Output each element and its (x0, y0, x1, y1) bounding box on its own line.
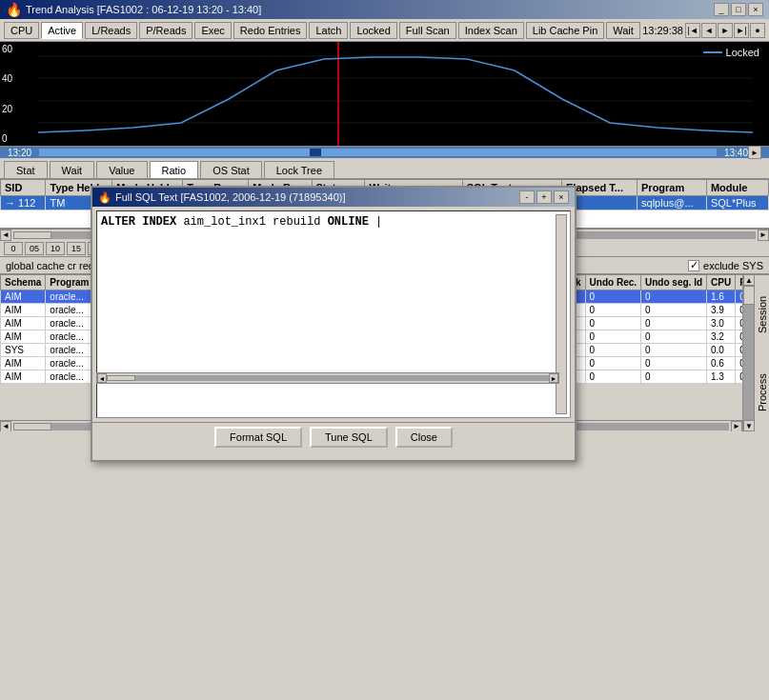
tab-wait2[interactable]: Wait (50, 161, 95, 178)
chart-svg (38, 42, 759, 146)
v-scroll-track[interactable] (743, 286, 754, 420)
cell-module: SQL*Plus (706, 196, 768, 210)
bottom-h-left[interactable]: ◄ (0, 421, 11, 432)
bottom-cell: 0 (641, 370, 707, 384)
tab-libcache[interactable]: Lib Cache Pin (526, 22, 605, 39)
tune-sql-button[interactable]: Tune SQL (310, 427, 388, 448)
tab-fullscan[interactable]: Full Scan (399, 22, 456, 39)
close-modal-button[interactable]: Close (395, 427, 453, 448)
bottom-cell: 3.9 (707, 304, 736, 317)
bcol-pga: PGA (MB) (736, 275, 742, 290)
modal-footer: Format SQL Tune SQL Close (92, 422, 575, 451)
modal-maximize[interactable]: + (536, 190, 552, 204)
bottom-cell: 0 (585, 317, 640, 330)
toolbar-time: 13:29:38 (642, 25, 683, 36)
nav-first[interactable]: |◄ (685, 23, 700, 38)
bottom-cell: 0 (585, 290, 640, 304)
modal-h-left[interactable]: ◄ (97, 373, 107, 383)
bottom-cell: oracle... (46, 317, 93, 330)
modal-title-bar: 🔥 Full SQL Text [FAS1002, 2006-12-19 (71… (92, 188, 575, 207)
sql-body: aim_lot_inx1 rebuild (183, 215, 327, 229)
tl-btn-0[interactable]: 0 (4, 242, 23, 255)
bottom-cell: 0.5 (736, 357, 742, 370)
bottom-cell: 3.2 (707, 330, 736, 344)
y-label-20: 20 (2, 104, 36, 114)
exclude-sys-checkbox[interactable]: ✓ (688, 260, 699, 271)
side-panels: Session Process (754, 274, 769, 431)
legend-line (703, 51, 722, 53)
sql-wrapper: ALTER INDEX aim_lot_inx1 rebuild ONLINE … (96, 210, 571, 418)
nav-play[interactable]: ► (718, 23, 733, 38)
session-panel[interactable]: Session (755, 274, 769, 353)
bottom-h-right[interactable]: ► (731, 421, 742, 432)
tab-value[interactable]: Value (96, 161, 147, 178)
modal-h-thumb[interactable] (107, 375, 135, 381)
modal-h-track[interactable] (107, 375, 549, 381)
tab-exec[interactable]: Exec (194, 22, 231, 39)
modal-close[interactable]: × (554, 190, 569, 204)
tab-lreads[interactable]: L/Reads (85, 22, 137, 39)
tab-locktree[interactable]: Lock Tree (264, 161, 334, 178)
process-panel[interactable]: Process (755, 353, 769, 431)
bottom-cell: 0 (585, 344, 640, 357)
tab-wait[interactable]: Wait (606, 22, 640, 39)
h-scroll-right[interactable]: ► (758, 230, 769, 241)
chart-area: 60 40 20 0 Locked (0, 42, 769, 147)
bottom-cell: 0 (641, 357, 707, 370)
exclude-sys-container: ✓ exclude SYS (688, 260, 763, 271)
bcol-program: Program (46, 275, 93, 290)
nav-last[interactable]: ►| (734, 23, 749, 38)
bottom-cell: 3.0 (707, 317, 736, 330)
time-bar: 13:20 13:40 ► (0, 147, 769, 158)
modal-h-right[interactable]: ► (549, 373, 558, 383)
bcol-schema: Schema (1, 275, 46, 290)
minimize-button[interactable]: _ (714, 3, 729, 16)
modal-minimize[interactable]: - (519, 190, 535, 204)
close-button[interactable]: × (748, 3, 763, 16)
maximize-button[interactable]: □ (731, 3, 746, 16)
bcol-cpu: CPU (707, 275, 736, 290)
bottom-cell: 0.3 (736, 317, 742, 330)
bottom-h-thumb[interactable] (13, 423, 51, 430)
bottom-cell: 1.3 (707, 370, 736, 384)
chart-y-axis: 60 40 20 0 (0, 42, 38, 146)
time-scroll-right[interactable]: ► (748, 146, 761, 159)
sql-keyword-online: ONLINE (328, 215, 369, 229)
bottom-cell: oracle... (46, 357, 93, 370)
h-scroll-thumb[interactable] (13, 231, 51, 239)
bottom-cell: 0 (641, 330, 707, 344)
tab-ratio[interactable]: Ratio (150, 161, 199, 178)
toolbar-nav: |◄ ◄ ► ►| ● (685, 23, 765, 38)
tab-preads[interactable]: P/Reads (139, 22, 192, 39)
time-end: 13:40 (724, 148, 748, 158)
exclude-sys-label: exclude SYS (703, 260, 763, 271)
bottom-cell: AIM (1, 370, 46, 384)
bottom-cell: AIM (1, 357, 46, 370)
tl-btn-05[interactable]: 05 (25, 242, 44, 255)
bottom-cell: AIM (1, 330, 46, 344)
tl-btn-10[interactable]: 10 (46, 242, 65, 255)
bottom-cell: oracle... (46, 290, 93, 304)
tab-osstat[interactable]: OS Stat (200, 161, 262, 178)
bottom-cell: 0.5 (736, 290, 742, 304)
bottom-cell: 0 (585, 357, 640, 370)
bottom-cell: oracle... (46, 330, 93, 344)
tab-cpu[interactable]: CPU (4, 22, 39, 39)
tab-active[interactable]: Active (41, 22, 83, 39)
chart-legend: Locked (703, 47, 759, 58)
second-tab-row: Stat Wait Value Ratio OS Stat Lock Tree (0, 158, 769, 179)
y-label-40: 40 (2, 73, 36, 84)
tab-redo[interactable]: Redo Entries (233, 22, 308, 39)
tl-btn-15[interactable]: 15 (67, 242, 86, 255)
format-sql-button[interactable]: Format SQL (214, 427, 302, 448)
tab-indexscan[interactable]: Index Scan (458, 22, 524, 39)
h-scroll-left[interactable]: ◄ (0, 230, 11, 241)
tab-locked[interactable]: Locked (350, 22, 396, 39)
nav-record[interactable]: ● (750, 23, 765, 38)
tab-stat[interactable]: Stat (4, 161, 48, 178)
nav-prev[interactable]: ◄ (701, 23, 717, 38)
bottom-cell: 0 (585, 370, 640, 384)
bottom-cell: oracle... (46, 344, 93, 357)
tab-latch[interactable]: Latch (309, 22, 348, 39)
modal-v-scrollbar[interactable] (556, 214, 567, 414)
